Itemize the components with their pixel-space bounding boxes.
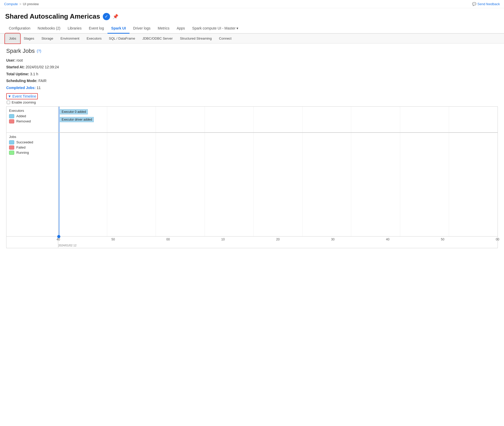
completed-jobs-value: 11 (37, 86, 41, 90)
job-succeeded-color (9, 140, 14, 144)
spark-nav: Jobs Stages Storage Environment Executor… (0, 34, 504, 43)
breadcrumb-compute[interactable]: Compute (4, 2, 18, 6)
jobs-legend: Jobs Succeeded Failed Running (6, 133, 58, 236)
jobs-legend-title: Jobs (9, 135, 55, 139)
job-failed-label: Failed (16, 145, 25, 149)
breadcrumb-bar: Compute > UI preview 💬 Send feedback (0, 0, 504, 8)
feedback-icon: 💬 (472, 2, 476, 6)
nav-metrics[interactable]: Metrics (154, 24, 173, 34)
job-running-legend: Running (9, 151, 55, 155)
send-feedback-link[interactable]: 💬 Send feedback (472, 2, 500, 6)
executor-0-added-block: Executor 0 added (60, 109, 88, 114)
jobs-events-row: Jobs Succeeded Failed Running (6, 133, 498, 236)
nav-spark-ui[interactable]: Spark UI (107, 24, 129, 34)
nav-notebooks[interactable]: Notebooks (2) (34, 24, 64, 34)
executor-added-color (9, 114, 14, 118)
executor-removed-legend: Removed (9, 119, 55, 123)
status-check-icon: ✓ (103, 13, 110, 20)
executor-removed-color (9, 119, 14, 123)
spark-nav-jdbc[interactable]: JDBC/ODBC Server (139, 34, 176, 43)
time-label-30: 30 (331, 238, 334, 241)
enable-zooming-checkbox[interactable] (7, 101, 10, 104)
time-axis: 40 50 00 10 20 30 40 50 00 2024/01/02 12 (6, 236, 498, 248)
uptime-row: Total Uptime: 3.1 h (6, 71, 498, 77)
spark-nav-storage[interactable]: Storage (38, 34, 57, 43)
started-value: 2024/01/02 12:39:24 (26, 65, 59, 69)
job-running-label: Running (16, 151, 29, 155)
breadcrumb-preview: UI preview (23, 2, 39, 6)
time-label-20: 20 (276, 238, 279, 241)
help-icon[interactable]: (?) (37, 49, 41, 53)
spark-nav-jobs[interactable]: Jobs (5, 34, 20, 43)
job-succeeded-legend: Succeeded (9, 140, 55, 144)
executor-events-row: Executors Added Removed (6, 107, 498, 133)
started-row: Started At: 2024/01/02 12:39:24 (6, 64, 498, 70)
event-timeline-label: Event Timeline (12, 94, 36, 98)
breadcrumb-separator: > (19, 2, 21, 6)
executor-added-legend: Added (9, 114, 55, 118)
page-title: Shared Autoscaling Americas (5, 12, 100, 20)
scheduling-row: Scheduling Mode: FAIR (6, 78, 498, 84)
executors-legend-title: Executors (9, 109, 55, 113)
spark-nav-connect[interactable]: Connect (215, 34, 235, 43)
spark-nav-structured-streaming[interactable]: Structured Streaming (176, 34, 215, 43)
enable-zooming-label: Enable zooming (12, 100, 36, 104)
event-timeline-toggle[interactable]: ▼ Event Timeline (6, 93, 38, 99)
feedback-label: Send feedback (477, 2, 500, 6)
main-nav: Configuration Notebooks (2) Libraries Ev… (0, 24, 504, 34)
user-label: User: (6, 58, 16, 62)
executor-removed-label: Removed (16, 119, 31, 123)
job-failed-legend: Failed (9, 145, 55, 150)
time-label-10: 10 (221, 238, 225, 241)
uptime-value: 3.1 h (30, 72, 38, 76)
enable-zooming-row: Enable zooming (6, 100, 498, 104)
time-label-00a: 00 (166, 238, 170, 241)
executor-added-label: Added (16, 114, 26, 118)
time-sublabel: 2024/01/02 12 (58, 244, 76, 247)
spark-jobs-label: Spark Jobs (6, 48, 35, 54)
nav-driver-logs[interactable]: Driver logs (129, 24, 154, 34)
spark-nav-environment[interactable]: Environment (57, 34, 83, 43)
time-label-40b: 40 (386, 238, 389, 241)
time-marker-jobs (59, 133, 59, 236)
pin-icon[interactable]: 📌 (113, 14, 118, 19)
chevron-down-icon: ▼ (8, 94, 11, 98)
spark-nav-executors[interactable]: Executors (83, 34, 105, 43)
user-value: root (17, 58, 23, 62)
time-axis-labels: 40 50 00 10 20 30 40 50 00 2024/01/02 12 (58, 237, 498, 248)
nav-spark-compute[interactable]: Spark compute UI - Master ▾ (189, 24, 242, 34)
event-timeline-section: ▼ Event Timeline Enable zooming (6, 93, 498, 104)
time-marker-executor (59, 107, 59, 132)
nav-configuration[interactable]: Configuration (5, 24, 34, 34)
job-failed-color (9, 145, 14, 150)
page-title-area: Shared Autoscaling Americas ✓ 📌 (0, 8, 504, 24)
job-running-color (9, 151, 14, 155)
spark-jobs-section-title: Spark Jobs (?) (6, 48, 498, 54)
executor-chart-area: Executor 0 added Executor driver added (58, 107, 498, 133)
scheduling-value: FAIR (38, 79, 46, 83)
spark-nav-stages[interactable]: Stages (20, 34, 38, 43)
uptime-label: Total Uptime: (6, 72, 29, 76)
started-label: Started At: (6, 65, 25, 69)
completed-jobs-label: Completed Jobs: (6, 86, 36, 90)
completed-jobs-row: Completed Jobs: 11 (6, 85, 498, 91)
main-content: Spark Jobs (?) User: root Started At: 20… (0, 43, 504, 252)
time-label-40: 40 (56, 238, 60, 241)
time-label-50b: 50 (441, 238, 444, 241)
jobs-chart-area (58, 133, 498, 236)
job-succeeded-label: Succeeded (16, 140, 33, 144)
timeline-container: Executors Added Removed (6, 106, 498, 248)
user-row: User: root (6, 57, 498, 63)
executor-legend: Executors Added Removed (6, 107, 58, 133)
time-label-50: 50 (111, 238, 115, 241)
time-label-00b: 00 (496, 238, 499, 241)
nav-event-log[interactable]: Event log (85, 24, 107, 34)
nav-libraries[interactable]: Libraries (64, 24, 85, 34)
time-axis-spacer (6, 237, 58, 248)
scheduling-label: Scheduling Mode: (6, 79, 38, 83)
nav-apps[interactable]: Apps (173, 24, 189, 34)
spark-nav-sql[interactable]: SQL / DataFrame (105, 34, 139, 43)
executor-driver-added-block: Executor driver added (60, 117, 94, 122)
